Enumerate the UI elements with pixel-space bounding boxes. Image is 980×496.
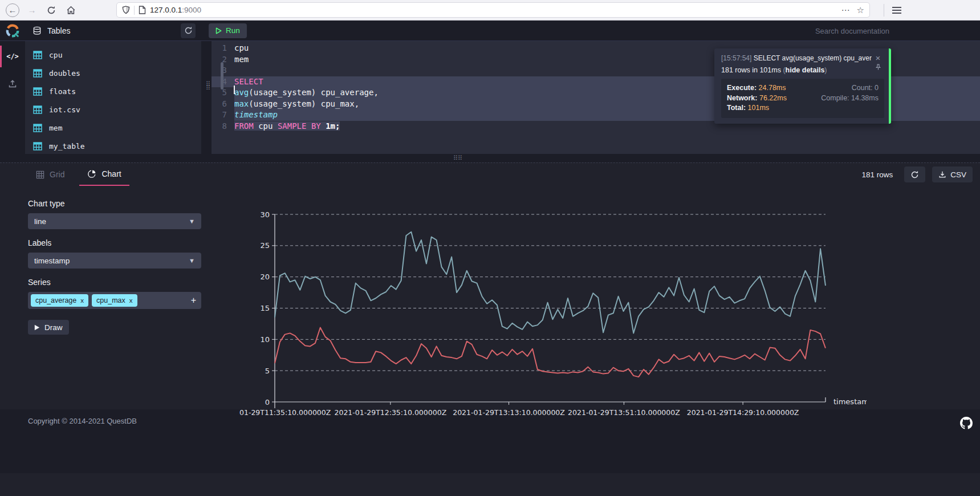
remove-series-icon[interactable]: x [80,297,84,304]
tables-panel: cpudoublesfloatsiot.csvmemmy_table [25,41,201,154]
browser-menu-icon[interactable] [892,6,901,14]
run-button[interactable]: Run [209,23,247,38]
table-icon [33,87,42,96]
table-item-cpu[interactable]: cpu [25,46,201,64]
series-chip-cpu_max[interactable]: cpu_maxx [92,294,137,307]
horizontal-splitter[interactable]: ⠿⠿ [0,154,980,162]
rail-console-item[interactable]: </> [0,47,25,66]
database-icon [32,26,42,35]
series-chip-label: cpu_average [35,296,76,304]
svg-text:timestamp: timestamp [833,397,867,406]
refresh-icon [910,170,919,179]
notification-summary: 181 rows in 101ms (hide details) [721,66,872,74]
add-series-button[interactable]: + [191,295,196,306]
chart-controls: Chart type line ▼ Labels timestamp ▼ Ser… [0,186,201,425]
line-chart[interactable]: 0510152025302021-01-29T11:35:10.000000Z2… [239,212,867,425]
grid-icon [36,170,44,179]
browser-refresh-button[interactable] [44,3,58,17]
editor-scrollbar[interactable] [221,62,223,90]
toolbar-divider [884,4,884,17]
browser-forward-button[interactable]: → [25,3,39,17]
browser-home-button[interactable] [64,3,78,17]
results-refresh-button[interactable] [904,166,925,182]
chevron-down-icon: ▼ [189,218,195,225]
upload-icon [8,79,17,88]
series-chip-label: cpu_max [96,296,125,304]
questdb-logo[interactable] [0,21,25,40]
table-item-iot-csv[interactable]: iot.csv [25,100,201,119]
svg-text:0: 0 [265,398,270,406]
chart-type-label: Chart type [28,199,201,208]
table-item-my-table[interactable]: my_table [25,137,201,155]
hide-details-link[interactable]: hide details [786,66,825,74]
bookmark-star-icon[interactable]: ☆ [857,5,864,15]
table-item-doubles[interactable]: doubles [25,64,201,82]
notification-details: Execute: 24.78ms Network: 76.22ms Total:… [721,79,884,118]
query-notification-popup: [15:57:54] SELECT avg(usage_system) cpu_… [714,48,891,124]
vertical-splitter-handle[interactable]: ⠿⠿ [206,82,209,90]
svg-text:2021-01-29T13:13:10.000000Z: 2021-01-29T13:13:10.000000Z [453,408,565,417]
svg-text:20: 20 [260,273,270,281]
close-icon[interactable]: × [876,54,881,62]
url-text: 127.0.0.1:9000 [150,6,837,14]
table-item-floats[interactable]: floats [25,82,201,100]
table-name: floats [49,87,76,96]
chart-type-select[interactable]: line ▼ [28,213,201,229]
svg-text:15: 15 [260,304,270,312]
browser-back-button[interactable]: ← [6,3,19,17]
tables-refresh-button[interactable] [181,23,196,38]
table-icon [33,105,42,114]
page-actions-icon[interactable]: ⋯ [841,5,850,15]
svg-text:30: 30 [260,212,270,219]
series-input[interactable]: cpu_averagexcpu_maxx+ [28,292,201,309]
table-name: mem [49,124,62,132]
browser-chrome: ← → 127.0.0.1:9000 ⋯ ☆ [0,0,980,21]
chevron-down-icon: ▼ [189,257,195,264]
labels-label: Labels [28,238,201,247]
svg-text:2021-01-29T14:29:10.000000Z: 2021-01-29T14:29:10.000000Z [687,408,799,417]
table-icon [33,142,42,151]
line-number: 1 [212,43,234,54]
play-icon [215,27,222,34]
notification-query: [15:57:54] SELECT avg(usage_system) cpu_… [721,54,872,62]
tab-chart[interactable]: Chart [79,163,129,186]
table-icon [33,69,42,78]
shield-icon [122,6,130,14]
results-tabbar: Grid Chart 181 rows CSV [0,163,980,186]
download-csv-button[interactable]: CSV [932,166,973,182]
rail-import-item[interactable] [0,74,25,93]
labels-select[interactable]: timestamp ▼ [28,253,201,269]
panel-gap [201,41,212,154]
pin-icon[interactable] [875,63,882,71]
rows-count: 181 rows [861,170,893,179]
tables-panel-title: Tables [47,26,70,35]
copyright-text: Copyright © 2014-2021 QuestDB [28,417,137,425]
draw-button[interactable]: Draw [28,320,69,335]
svg-text:2021-01-29T13:51:10.000000Z: 2021-01-29T13:51:10.000000Z [568,408,680,417]
splitter-handle-icon: ⠿⠿ [453,155,462,162]
code-icon: </> [6,52,19,60]
svg-text:2021-01-29T12:35:10.000000Z: 2021-01-29T12:35:10.000000Z [335,408,447,417]
svg-text:5: 5 [265,367,270,375]
chart-area: 0510152025302021-01-29T11:35:10.000000Z2… [201,186,980,425]
table-icon [33,124,42,132]
svg-text:2021-01-29T11:35:10.000000Z: 2021-01-29T11:35:10.000000Z [239,408,331,417]
line-number: 8 [212,121,234,132]
tab-grid[interactable]: Grid [28,163,72,186]
line-number: 7 [212,109,234,121]
url-bar[interactable]: 127.0.0.1:9000 ⋯ ☆ [116,2,870,18]
download-icon [938,170,946,178]
svg-text:10: 10 [260,335,270,344]
table-item-mem[interactable]: mem [25,119,201,137]
table-name: my_table [49,142,85,151]
urlbar-divider [134,6,135,15]
table-name: iot.csv [49,105,80,114]
page-icon [139,6,146,14]
series-chip-cpu_average[interactable]: cpu_averagex [31,294,88,307]
app-topbar: Tables Run Search documentation [0,21,980,41]
results-section: Grid Chart 181 rows CSV Chart type [0,162,980,409]
series-label: Series [28,278,201,287]
remove-series-icon[interactable]: x [129,297,133,304]
table-name: cpu [49,51,62,59]
search-documentation-input[interactable]: Search documentation [806,25,889,37]
